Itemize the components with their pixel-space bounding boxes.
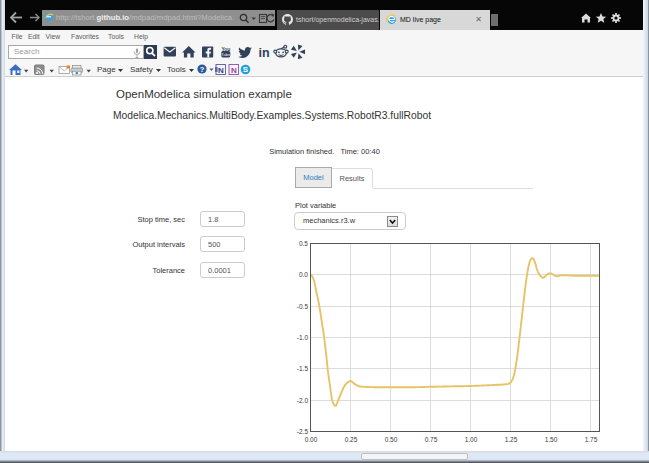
- svg-text:?: ?: [200, 65, 205, 74]
- svg-text:S: S: [243, 65, 249, 74]
- svg-text:in: in: [259, 46, 270, 60]
- svg-text:You: You: [221, 47, 230, 52]
- svg-text:N: N: [231, 66, 237, 75]
- svg-text:N: N: [218, 66, 224, 75]
- svg-text:Tube: Tube: [221, 52, 231, 57]
